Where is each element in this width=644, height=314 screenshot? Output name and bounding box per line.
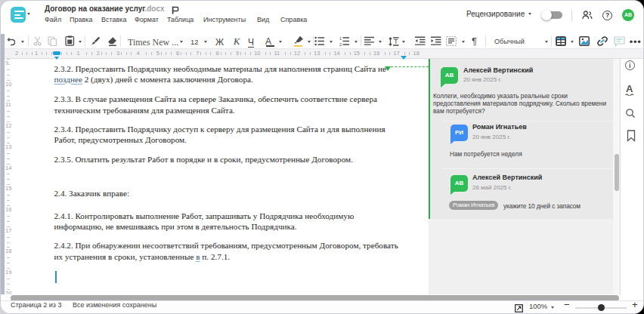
svg-text:1: 1 [339,36,342,41]
svg-text:2: 2 [339,42,342,46]
svg-text:T: T [394,38,398,45]
